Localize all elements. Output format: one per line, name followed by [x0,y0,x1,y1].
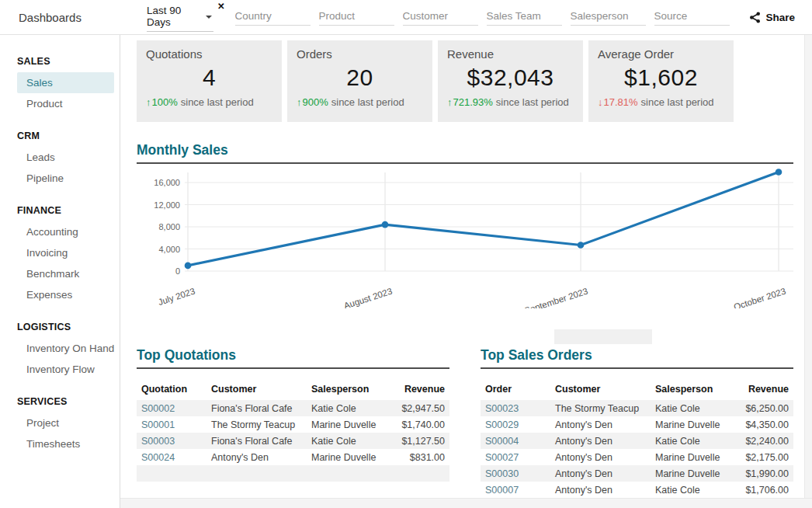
record-id-link[interactable]: S00024 [137,449,206,465]
salesperson-cell: Marine Duvelle [651,465,731,482]
chart-data-point [776,169,783,176]
sidebar-item-pipeline[interactable]: Pipeline [17,168,114,189]
sales-line-series [188,172,779,265]
top-quotations-section: Top Quotations QuotationCustomerSalesper… [137,347,449,498]
record-id-link[interactable]: S00004 [481,433,550,449]
chart-title: Monthly Sales [137,142,793,164]
sidebar-section-title: CRM [17,130,120,141]
kpi-change-percent: 721.93% [453,96,493,108]
kpi-value: 20 [297,64,423,91]
top-sales-orders-title: Top Sales Orders [481,347,793,369]
sidebar-section-title: LOGISTICS [17,322,120,332]
kpi-change-suffix: since last period [641,96,714,108]
table-row: S00003Fiona's Floral CafeKatie Cole$1,12… [137,433,449,449]
sidebar-item-expenses[interactable]: Expenses [17,284,114,305]
sidebar-item-invoicing[interactable]: Invoicing [17,242,114,263]
date-range-filter[interactable]: Last 90 Days ✕ [147,2,225,32]
filter-input-customer[interactable] [403,9,478,26]
kpi-change-percent: 900% [303,96,328,108]
customer-cell: Antony's Den [550,433,651,449]
sidebar-item-project[interactable]: Project [17,412,114,433]
kpi-change-suffix: since last period [331,96,404,108]
top-quotations-title: Top Quotations [137,347,449,369]
sidebar-item-accounting[interactable]: Accounting [17,221,114,242]
customer-cell: Antony's Den [550,416,651,433]
customer-cell: Antony's Den [206,449,307,465]
table-header-cell: Quotation [137,381,206,400]
horizontal-scrollbar[interactable] [120,498,812,508]
sidebar-section-crm: CRMLeadsPipeline [0,130,120,189]
x-axis-tick-label: August 2023 [342,286,393,308]
record-id-link[interactable]: S00029 [481,416,550,433]
sidebar-item-inventory-flow[interactable]: Inventory Flow [17,359,114,380]
table-header-cell: Customer [206,381,307,400]
record-id-link[interactable]: S00027 [481,449,550,465]
salesperson-cell: Marine Duvelle [651,416,731,433]
revenue-cell: $2,240.00 [731,433,793,449]
customer-cell: Antony's Den [550,482,651,498]
record-id-link[interactable]: S00003 [137,433,206,449]
kpi-change: ↑900%since last period [297,96,423,108]
top-sales-orders-table: OrderCustomerSalespersonRevenue S00023Th… [481,381,793,498]
filter-input-salesperson[interactable] [571,9,646,26]
share-icon [749,12,761,23]
arrow-up-icon: ↑ [447,96,453,108]
salesperson-cell: Katie Cole [651,433,731,449]
sidebar-item-timesheets[interactable]: Timesheets [17,433,114,454]
sidebar: SALESSalesProductCRMLeadsPipelineFINANCE… [0,35,120,508]
kpi-change-suffix: since last period [496,96,569,108]
app-title[interactable]: Dashboards [19,11,82,24]
vertical-scrollbar[interactable] [804,35,812,498]
table-header-cell: Revenue [731,381,793,400]
empty-cell [307,465,387,482]
filter-input-source[interactable] [654,9,730,26]
filter-input-country[interactable] [235,9,311,26]
chart-wrap: 04,0008,00012,00016,000July 2023August 2… [137,167,793,311]
record-id-link[interactable]: S00007 [481,482,550,498]
sidebar-item-leads[interactable]: Leads [17,147,114,168]
empty-cell [387,465,449,482]
top-sales-orders-section: Top Sales Orders OrderCustomerSalesperso… [481,347,793,498]
table-row: S00004Antony's DenKatie Cole$2,240.00 [481,433,793,449]
sidebar-item-benchmark[interactable]: Benchmark [17,263,114,284]
chevron-down-icon [206,16,212,19]
customer-cell: Antony's Den [550,449,651,465]
salesperson-cell: Katie Cole [307,400,387,416]
y-axis-tick-label: 4,000 [158,245,180,254]
revenue-cell: $4,350.00 [731,416,793,433]
share-label: Share [765,12,795,23]
kpi-title: Revenue [447,47,574,61]
customer-cell: Fiona's Floral Cafe [206,400,307,416]
filter-input-product[interactable] [319,9,394,26]
remove-filter-icon[interactable]: ✕ [217,1,225,12]
kpi-card-revenue: Revenue$32,043↑721.93%since last period [438,40,583,122]
revenue-cell: $1,990.00 [731,465,793,482]
sidebar-item-inventory-on-hand[interactable]: Inventory On Hand [17,338,114,359]
table-header-cell: Order [481,381,550,400]
empty-cell [137,465,206,482]
monthly-sales-chart: 04,0008,00012,00016,000July 2023August 2… [137,167,793,308]
topbar: Dashboards Last 90 Days ✕ Share [0,0,812,35]
sidebar-section-title: SERVICES [17,396,120,407]
sidebar-section-logistics: LOGISTICSInventory On HandInventory Flow [0,322,120,380]
record-id-link[interactable]: S00030 [481,465,550,482]
y-axis-tick-label: 16,000 [154,178,180,187]
y-axis-tick-label: 12,000 [154,200,180,210]
sidebar-section-title: FINANCE [17,205,120,216]
record-id-link[interactable]: S00001 [137,416,206,433]
kpi-title: Orders [297,47,423,61]
table-header-cell: Salesperson [651,381,731,400]
record-id-link[interactable]: S00002 [137,400,206,416]
sidebar-item-product[interactable]: Product [17,93,114,114]
sidebar-item-sales[interactable]: Sales [17,72,114,93]
filter-input-sales-team[interactable] [487,9,562,26]
record-id-link[interactable]: S00023 [481,400,550,416]
share-button[interactable]: Share [749,12,795,23]
sidebar-section-sales: SALESSalesProduct [0,56,120,114]
customer-cell: The Stormy Teacup [206,416,307,433]
kpi-change: ↓17.81%since last period [598,96,724,108]
table-empty-row [137,465,449,482]
filter-bar: Last 90 Days ✕ [147,2,730,32]
table-row: S00030Antony's DenMarine Duvelle$1,990.0… [481,465,793,482]
arrow-up-icon: ↑ [297,96,302,108]
